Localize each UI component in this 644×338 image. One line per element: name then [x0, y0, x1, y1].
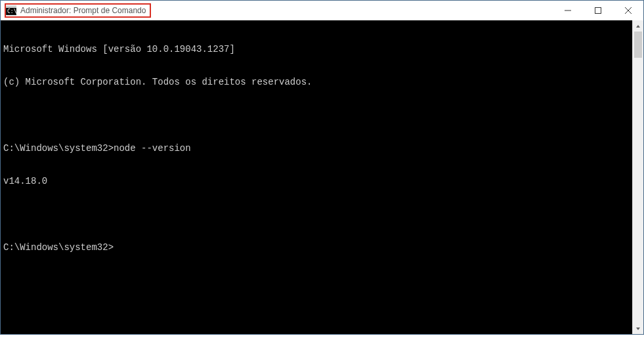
- title-highlight-box: C:\ Administrador: Prompt de Comando: [5, 3, 151, 18]
- svg-rect-4: [595, 8, 601, 14]
- terminal-prompt: C:\Windows\system32>: [3, 242, 630, 253]
- minimize-button[interactable]: [553, 1, 583, 20]
- svg-rect-1: [6, 6, 16, 8]
- terminal-line: (c) Microsoft Corporation. Todos os dire…: [3, 77, 630, 88]
- terminal-line: v14.18.0: [3, 176, 630, 187]
- scroll-up-button[interactable]: [633, 20, 643, 32]
- terminal-line: [3, 110, 630, 121]
- svg-marker-7: [636, 25, 640, 28]
- terminal-area: Microsoft Windows [versão 10.0.19043.123…: [1, 20, 643, 334]
- terminal-line: C:\Windows\system32>node --version: [3, 143, 630, 154]
- command-prompt-window: C:\ Administrador: Prompt de Comando Mic…: [0, 0, 644, 335]
- titlebar[interactable]: C:\ Administrador: Prompt de Comando: [1, 1, 643, 20]
- svg-text:C:\: C:\: [7, 9, 16, 14]
- cmd-icon: C:\: [6, 5, 16, 16]
- vertical-scrollbar[interactable]: [632, 20, 643, 334]
- window-controls: [553, 1, 643, 20]
- scrollbar-track[interactable]: [633, 32, 643, 323]
- terminal-line: [3, 209, 630, 221]
- scrollbar-thumb[interactable]: [634, 32, 642, 58]
- scroll-down-button[interactable]: [633, 323, 643, 334]
- terminal-line: Microsoft Windows [versão 10.0.19043.123…: [3, 44, 630, 55]
- close-button[interactable]: [613, 1, 643, 20]
- maximize-button[interactable]: [583, 1, 613, 20]
- terminal-output[interactable]: Microsoft Windows [versão 10.0.19043.123…: [1, 20, 632, 334]
- window-title: Administrador: Prompt de Comando: [20, 6, 146, 15]
- svg-marker-8: [636, 327, 640, 330]
